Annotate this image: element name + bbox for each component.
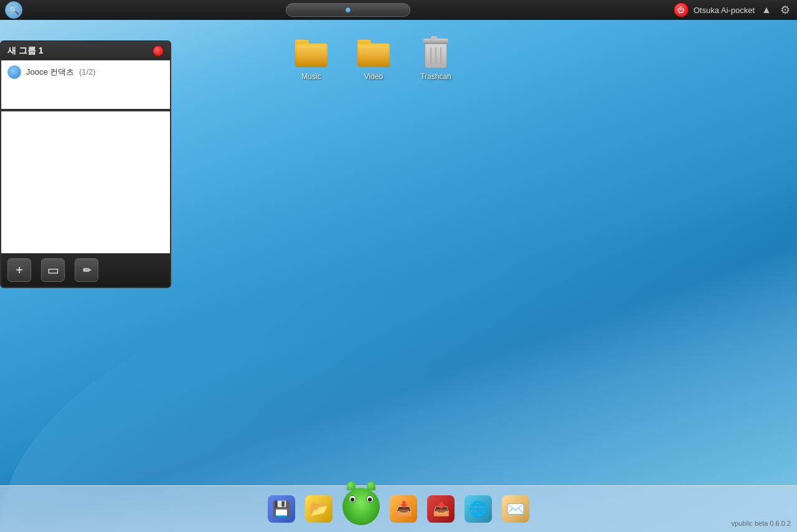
folder-shape: [295, 40, 328, 67]
panel-contact-area: Jooce 컨댁츠 (1/2): [1, 60, 170, 110]
frog-eye-right: [366, 495, 374, 503]
center-indicator: [346, 7, 351, 12]
contact-name-text: Jooce 컨댁츠: [26, 67, 74, 77]
frog-eye-left: [349, 495, 356, 503]
user-name: Otsuka Ai-pocket: [694, 6, 755, 15]
contact-name: Jooce 컨댁츠 (1/2): [26, 67, 96, 78]
video-icon[interactable]: Video: [349, 37, 398, 81]
trash-lid: [423, 39, 448, 43]
frog-icon: [342, 485, 380, 526]
panel-add-button[interactable]: +: [7, 258, 31, 282]
trashcan-label: Trashcan: [420, 72, 451, 81]
trash-line-1: [430, 47, 432, 63]
globe-icon: 🌐: [465, 495, 492, 523]
video-label: Video: [364, 72, 383, 81]
panel-window: 새 그룹 1 Jooce 컨댁츠 (1/2) + ▭ ✏: [0, 40, 171, 288]
dock-save-button[interactable]: 💾: [265, 493, 298, 525]
trash-body: [425, 44, 447, 68]
trash-handle: [431, 36, 437, 39]
music-icon[interactable]: Music: [286, 37, 336, 81]
search-button[interactable]: 🔍: [5, 1, 22, 19]
dock-mail-button[interactable]: ✉️: [499, 493, 532, 525]
frog-pupil-right: [368, 498, 372, 502]
panel-window-button[interactable]: ▭: [41, 258, 65, 282]
panel-title: 새 그룹 1: [7, 45, 44, 57]
save-icon: 💾: [268, 495, 295, 523]
desktop-icons: Music Video Trashcan: [286, 37, 461, 81]
panel-close-button[interactable]: [153, 45, 164, 57]
trash-line-3: [440, 47, 441, 63]
version-text: vpublic beta 0.6.0.2: [732, 520, 791, 527]
music-label: Music: [301, 72, 321, 81]
trashcan-icon[interactable]: Trashcan: [411, 37, 461, 81]
video-folder-image: [357, 37, 390, 70]
music-folder-image: [295, 37, 328, 70]
dock-install-button[interactable]: 📥: [387, 493, 420, 525]
contact-avatar: [7, 65, 21, 79]
dock-globe-button[interactable]: 🌐: [462, 493, 494, 525]
folder-shape: [357, 40, 390, 67]
bottom-dock: 💾 📂: [0, 485, 797, 532]
folder-add-icon: 📂: [305, 495, 332, 523]
install-icon: 📥: [390, 495, 417, 523]
panel-edit-button[interactable]: ✏: [75, 258, 98, 282]
center-bar: [286, 3, 410, 17]
frog-pupil-left: [351, 498, 354, 502]
trash-image: [420, 37, 452, 70]
panel-content-area: [1, 110, 170, 253]
folder-body: [295, 44, 328, 67]
trash-line-2: [435, 47, 436, 63]
contact-item[interactable]: Jooce 컨댁츠 (1/2): [7, 65, 164, 79]
dock-frog-button[interactable]: [340, 485, 382, 527]
taskbar-right: ⏻ Otsuka Ai-pocket ▲ ⚙: [674, 2, 797, 17]
frog-body: [342, 488, 380, 525]
panel-titlebar: 새 그룹 1: [1, 42, 170, 60]
taskbar-center: [22, 3, 674, 17]
dock-uninstall-button[interactable]: 📤: [425, 493, 457, 525]
desktop: 🔍 ⏻ Otsuka Ai-pocket ▲ ⚙ Music: [0, 0, 797, 532]
settings-button[interactable]: ⚙: [778, 3, 792, 17]
taskbar: 🔍 ⏻ Otsuka Ai-pocket ▲ ⚙: [0, 0, 797, 20]
contact-count: (1/2): [79, 67, 96, 77]
panel-footer: + ▭ ✏: [1, 253, 170, 287]
taskbar-left: 🔍: [0, 1, 22, 19]
folder-body: [357, 44, 390, 67]
power-button[interactable]: ⏻: [674, 2, 689, 17]
up-button[interactable]: ▲: [760, 3, 773, 17]
mail-icon: ✉️: [502, 495, 529, 523]
dock-folder-add-button[interactable]: 📂: [303, 493, 335, 525]
uninstall-icon: 📤: [427, 495, 455, 523]
